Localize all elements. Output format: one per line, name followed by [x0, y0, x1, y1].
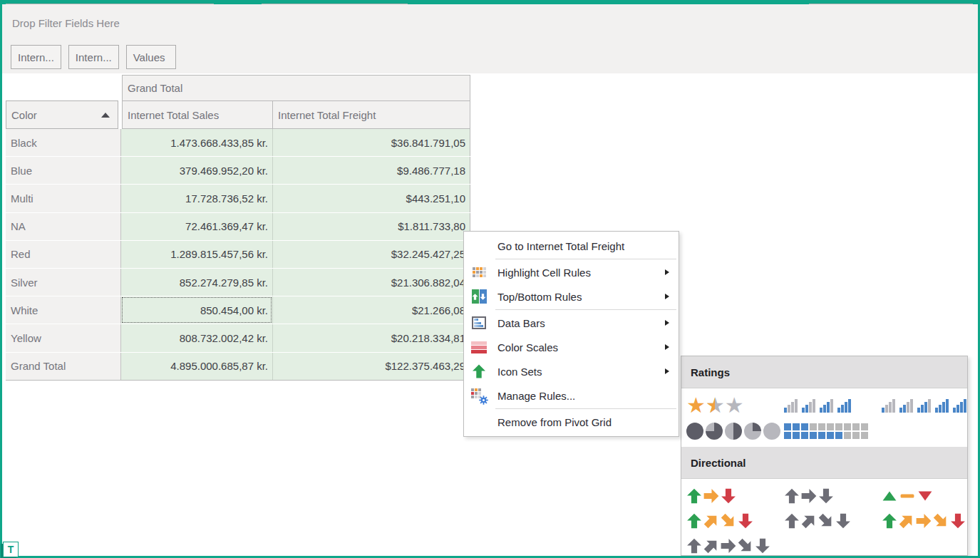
icon-set-5-ratings[interactable] — [882, 398, 968, 413]
pivot-row: White850.454,00 kr.$21.266,08 — [6, 296, 470, 324]
icon-set-3-stars[interactable]: ★★★★ — [686, 395, 784, 416]
icon-set-5-boxes[interactable] — [784, 423, 882, 439]
menu-separator — [495, 259, 676, 259]
freight-value-cell[interactable]: $36.841.791,05 — [272, 129, 470, 156]
freight-value-cell[interactable]: $21.306.882,04 — [272, 269, 470, 296]
row-field-label: Color — [11, 109, 37, 121]
icon-set-row — [686, 418, 967, 444]
menu-item-goto-freight[interactable]: Go to Internet Total Freight — [464, 234, 679, 258]
pivot-row: Yellow808.732.002,42 kr.$20.218.334,81 — [6, 324, 470, 351]
freight-value-cell[interactable]: $9.486.777,18 — [272, 157, 470, 184]
icon-set-4-ratings[interactable] — [784, 398, 882, 413]
menu-item-highlight-cell-rules[interactable]: Highlight Cell Rules — [464, 260, 679, 284]
menu-separator — [495, 309, 676, 310]
icon-sets-icon — [470, 364, 488, 378]
conditional-formatting-context-menu: Go to Internet Total FreightHighlight Ce… — [463, 231, 679, 437]
field-internet-2[interactable]: Intern... — [68, 45, 119, 69]
sales-value-cell[interactable]: 808.732.002,42 kr. — [121, 324, 272, 351]
submenu-section-content: ★★★★ — [681, 388, 967, 447]
pivot-row: NA72.461.369,47 kr.$1.811.733,80 — [6, 213, 470, 240]
icon-set-3-arrows-gray[interactable] — [784, 488, 882, 504]
sales-value-cell[interactable]: 852.274.279,85 kr. — [121, 269, 272, 296]
field-buttons: Intern...Intern...Values — [11, 45, 176, 69]
sales-value-cell[interactable]: 4.895.000.685,87 kr. — [121, 353, 272, 380]
data-bars-icon — [470, 316, 488, 329]
menu-item-label: Remove from Pivot Grid — [497, 416, 612, 428]
row-header-cell: Silver — [6, 269, 121, 296]
menu-item-label: Highlight Cell Rules — [497, 267, 591, 279]
icon-set-row — [686, 483, 967, 508]
pivot-row: Grand Total4.895.000.685,87 kr.$122.375.… — [6, 353, 470, 381]
window-border-left — [0, 0, 2, 558]
highlight-cell-rules-icon — [470, 267, 488, 277]
freight-value-cell[interactable]: $21.266,08 — [272, 296, 470, 324]
submenu-arrow-icon — [665, 344, 669, 350]
column-header-internet-total-freight[interactable]: Internet Total Freight — [272, 100, 470, 129]
menu-item-label: Top/Bottom Rules — [497, 291, 582, 303]
row-header-cell: Grand Total — [6, 353, 121, 380]
app-window: Drop Filter Fields Here Intern...Intern.… — [0, 0, 980, 558]
submenu-arrow-icon — [665, 294, 669, 299]
icon-set-3-arrows-colored[interactable] — [686, 488, 784, 504]
pivot-row: Blue379.469.952,20 kr.$9.486.777,18 — [6, 157, 470, 184]
freight-value-cell[interactable]: $122.375.463,29 — [272, 353, 470, 380]
row-header-cell: Red — [6, 241, 121, 268]
icon-set-3-triangles[interactable] — [882, 488, 968, 504]
submenu-arrow-icon — [665, 320, 669, 326]
icon-set-row — [686, 508, 967, 533]
icon-sets-submenu: Ratings★★★★Directional — [681, 356, 968, 556]
sales-value-cell[interactable]: 17.728.736,52 kr. — [121, 185, 272, 212]
row-header-cell: White — [6, 296, 121, 324]
submenu-section-content — [681, 479, 967, 556]
row-header-cell: Yellow — [6, 324, 121, 351]
menu-item-label: Data Bars — [497, 317, 545, 329]
menu-item-remove-from-pivot-grid[interactable]: Remove from Pivot Grid — [464, 410, 679, 434]
sales-value-cell[interactable]: 379.469.952,20 kr. — [121, 157, 272, 184]
filter-header-area: Drop Filter Fields Here Intern...Intern.… — [2, 4, 978, 73]
sales-value-cell[interactable]: 1.289.815.457,56 kr. — [121, 241, 272, 268]
row-header-cell: Black — [6, 129, 121, 156]
tab-strip-line — [6, 4, 214, 4]
submenu-arrow-icon — [665, 269, 669, 275]
menu-item-manage-rules[interactable]: Manage Rules... — [464, 383, 679, 408]
row-field-color[interactable]: Color — [6, 100, 118, 129]
freight-value-cell[interactable]: $1.811.733,80 — [272, 213, 470, 240]
freight-value-cell[interactable]: $32.245.427,25 — [272, 241, 470, 268]
submenu-section-title: Directional — [681, 447, 967, 479]
menu-separator — [495, 408, 676, 409]
icon-set-row: ★★★★ — [686, 393, 967, 418]
menu-item-color-scales[interactable]: Color Scales — [464, 335, 679, 359]
menu-item-label: Manage Rules... — [497, 390, 575, 402]
logo-badge: T — [3, 542, 19, 557]
menu-item-data-bars[interactable]: Data Bars — [464, 311, 679, 335]
grand-total-column-header[interactable]: Grand Total — [122, 75, 470, 101]
field-values[interactable]: Values — [126, 45, 176, 69]
freight-value-cell[interactable]: $20.218.334,81 — [272, 324, 470, 351]
sales-value-cell[interactable]: 72.461.369,47 kr. — [121, 213, 272, 240]
row-header-cell: Blue — [6, 157, 121, 184]
icon-set-5-arrows-colored[interactable] — [882, 513, 968, 529]
pivot-row: Black1.473.668.433,85 kr.$36.841.791,05 — [6, 129, 470, 156]
tab-strip-line — [809, 4, 973, 4]
sales-value-cell[interactable]: 1.473.668.433,85 kr. — [121, 129, 272, 156]
column-header-internet-total-sales[interactable]: Internet Total Sales — [122, 100, 273, 129]
row-header-cell: NA — [6, 213, 121, 240]
sales-value-cell[interactable]: 850.454,00 kr. — [121, 296, 272, 324]
freight-value-cell[interactable]: $443.251,10 — [272, 185, 470, 212]
icon-set-5-quarters[interactable] — [686, 423, 784, 440]
menu-item-top-bottom-rules[interactable]: Top/Bottom Rules — [464, 284, 679, 309]
submenu-arrow-icon — [665, 368, 669, 374]
pivot-row: Silver852.274.279,85 kr.$21.306.882,04 — [6, 269, 470, 296]
icon-set-5-arrows-gray[interactable] — [686, 538, 784, 554]
icon-set-4-arrows-gray[interactable] — [784, 513, 882, 529]
menu-item-icon-sets[interactable]: Icon Sets — [464, 359, 679, 383]
top-bottom-rules-icon — [470, 289, 488, 304]
manage-rules-icon — [470, 388, 488, 403]
icon-set-4-arrows-colored[interactable] — [686, 513, 784, 529]
sort-ascending-icon — [101, 113, 110, 118]
submenu-section-title: Ratings — [681, 356, 967, 388]
field-internet-1[interactable]: Intern... — [11, 45, 61, 69]
drop-filter-fields-label: Drop Filter Fields Here — [12, 17, 120, 29]
menu-item-label: Go to Internet Total Freight — [497, 240, 624, 252]
color-scales-icon — [470, 341, 488, 353]
